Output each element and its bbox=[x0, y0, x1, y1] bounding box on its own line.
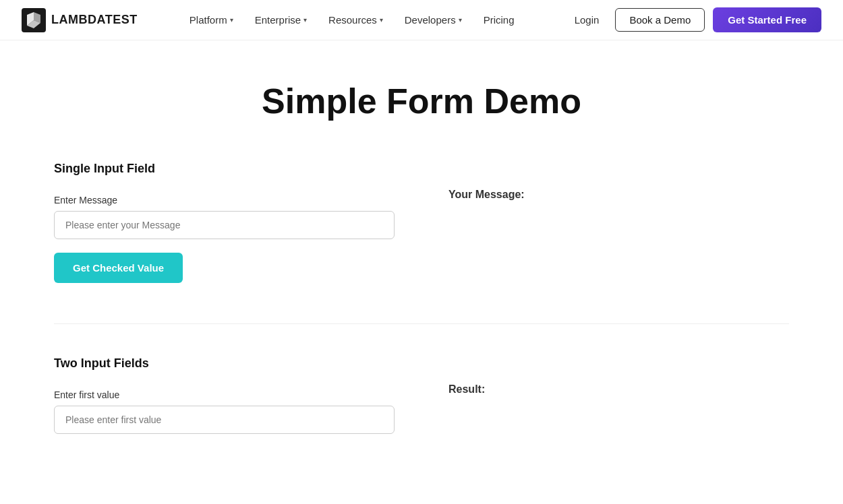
nav-right: Login Book a Demo Get Started Free bbox=[566, 7, 821, 32]
nav-item-pricing[interactable]: Pricing bbox=[474, 9, 524, 31]
single-input-right: Your Message: bbox=[448, 162, 789, 283]
result-label: Result: bbox=[448, 383, 485, 395]
book-demo-button[interactable]: Book a Demo bbox=[615, 8, 705, 32]
nav-item-platform[interactable]: Platform ▾ bbox=[180, 9, 243, 31]
section2-field1-label: Enter first value bbox=[54, 389, 395, 400]
two-input-left: Two Input Fields Enter first value bbox=[54, 356, 395, 447]
your-message-label: Your Message: bbox=[448, 189, 525, 200]
nav-item-developers[interactable]: Developers ▾ bbox=[395, 9, 471, 31]
chevron-down-icon: ▾ bbox=[459, 16, 462, 24]
chevron-down-icon: ▾ bbox=[380, 16, 383, 24]
nav-item-resources[interactable]: Resources ▾ bbox=[319, 9, 393, 31]
login-button[interactable]: Login bbox=[566, 9, 608, 31]
two-input-section: Two Input Fields Enter first value Resul… bbox=[54, 356, 789, 447]
single-input-left: Single Input Field Enter Message Get Che… bbox=[54, 162, 395, 283]
chevron-down-icon: ▾ bbox=[303, 16, 307, 24]
main-content: Simple Form Demo Single Input Field Ente… bbox=[0, 40, 843, 504]
message-input[interactable] bbox=[54, 211, 395, 239]
get-checked-value-button[interactable]: Get Checked Value bbox=[54, 253, 183, 283]
logo-icon bbox=[22, 8, 46, 32]
get-started-button[interactable]: Get Started Free bbox=[713, 7, 821, 32]
section2-title: Two Input Fields bbox=[54, 356, 395, 371]
logo-text: LAMBDATEST bbox=[51, 13, 138, 27]
nav-links: Platform ▾ Enterprise ▾ Resources ▾ Deve… bbox=[180, 9, 524, 31]
page-title: Simple Form Demo bbox=[54, 81, 789, 121]
first-value-input[interactable] bbox=[54, 406, 395, 434]
section1-title: Single Input Field bbox=[54, 162, 395, 176]
section1-field-label: Enter Message bbox=[54, 195, 395, 206]
single-input-section: Single Input Field Enter Message Get Che… bbox=[54, 162, 789, 283]
section-divider bbox=[54, 323, 789, 324]
logo-link[interactable]: LAMBDATEST bbox=[22, 8, 138, 32]
two-input-right: Result: bbox=[448, 356, 789, 447]
navbar: LAMBDATEST Platform ▾ Enterprise ▾ Resou… bbox=[0, 0, 843, 40]
nav-item-enterprise[interactable]: Enterprise ▾ bbox=[245, 9, 316, 31]
chevron-down-icon: ▾ bbox=[230, 16, 233, 24]
